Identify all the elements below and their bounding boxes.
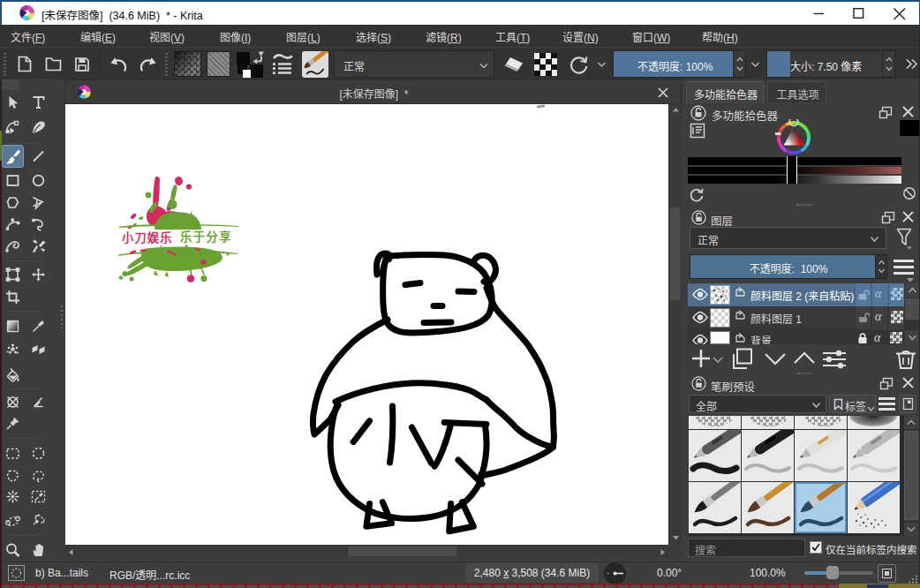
svg-text:小刀娱乐: 小刀娱乐 bbox=[122, 229, 173, 245]
svg-text:乐于分享: 乐于分享 bbox=[180, 228, 232, 245]
